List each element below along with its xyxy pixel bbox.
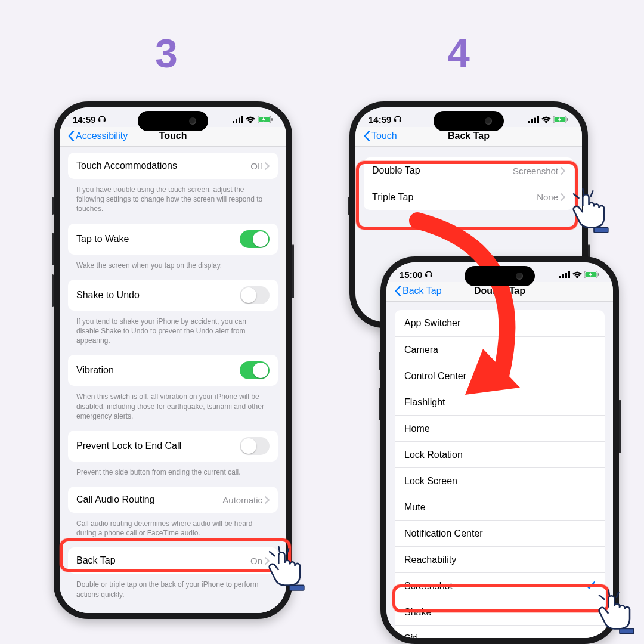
cellular-icon — [559, 271, 570, 278]
battery-icon — [553, 116, 569, 123]
chevron-right-icon — [265, 557, 270, 565]
back-button[interactable]: Back Tap — [391, 286, 442, 296]
headphones-icon — [98, 116, 106, 124]
svg-rect-3 — [242, 116, 243, 123]
status-time: 15:00 — [400, 270, 422, 280]
toggle-prevent-lock[interactable] — [240, 437, 270, 455]
battery-icon — [258, 116, 273, 123]
option-label: Flashlight — [404, 397, 595, 408]
footer-tap-to-wake: Wake the screen when you tap on the disp… — [66, 257, 280, 280]
option-label: Mute — [404, 502, 595, 513]
svg-rect-8 — [531, 119, 533, 123]
footer-shake-to-undo: If you tend to shake your iPhone by acci… — [66, 313, 280, 355]
option-label: Home — [404, 423, 595, 434]
chevron-right-icon — [265, 496, 270, 504]
option-home[interactable]: Home — [395, 415, 605, 441]
svg-rect-2 — [239, 117, 240, 123]
option-label: Reachability — [404, 555, 595, 565]
svg-rect-20 — [598, 273, 599, 276]
wifi-icon — [572, 271, 582, 278]
option-siri[interactable]: Siri — [395, 625, 605, 638]
option-label: Shake — [404, 607, 595, 618]
row-call-audio-routing[interactable]: Call Audio Routing Automatic — [68, 487, 278, 513]
footer-back-tap: Double or triple tap on the back of your… — [66, 576, 280, 608]
option-label: App Switcher — [404, 318, 595, 329]
footer-touch-accommodations: If you have trouble using the touch scre… — [66, 181, 280, 224]
row-touch-accommodations[interactable]: Touch Accommodations Off — [68, 153, 278, 179]
phone-step-3: 14:59 Accessibility Touch Touch Accommod… — [54, 101, 292, 619]
svg-rect-10 — [537, 116, 539, 123]
option-screenshot[interactable]: Screenshot — [395, 572, 605, 599]
option-flashlight[interactable]: Flashlight — [395, 389, 605, 415]
svg-line-27 — [591, 191, 593, 196]
svg-rect-6 — [271, 118, 273, 121]
svg-rect-32 — [620, 628, 634, 634]
row-vibration[interactable]: Vibration — [68, 355, 278, 386]
cellular-icon — [528, 116, 539, 123]
headphones-icon — [425, 271, 433, 279]
headphones-icon — [394, 116, 402, 124]
cellular-icon — [233, 116, 243, 123]
dynamic-island — [465, 266, 535, 286]
svg-rect-16 — [565, 273, 567, 278]
option-lock-screen[interactable]: Lock Screen — [395, 467, 605, 494]
chevron-right-icon — [561, 167, 565, 175]
option-label: Camera — [404, 345, 595, 355]
row-triple-tap[interactable]: Triple Tap None — [364, 184, 574, 210]
wifi-icon — [246, 116, 255, 123]
back-label: Touch — [371, 131, 397, 141]
chevron-right-icon — [561, 193, 565, 201]
wifi-icon — [541, 116, 551, 123]
step-number-3: 3 — [155, 30, 178, 76]
svg-rect-13 — [567, 118, 568, 121]
svg-rect-14 — [559, 276, 561, 278]
svg-rect-28 — [594, 227, 608, 233]
toggle-shake-to-undo[interactable] — [240, 286, 270, 304]
footer-prevent-lock: Prevent the side button from ending the … — [66, 464, 280, 487]
footer-call-audio-routing: Call audio routing determines where audi… — [66, 515, 280, 547]
option-label: Notification Center — [404, 528, 595, 539]
option-notification-center[interactable]: Notification Center — [395, 520, 605, 546]
option-label: Lock Rotation — [404, 450, 595, 460]
row-prevent-lock-end-call[interactable]: Prevent Lock to End Call — [68, 431, 278, 462]
option-list: App SwitcherCameraControl CenterFlashlig… — [395, 310, 605, 638]
row-shake-to-undo[interactable]: Shake to Undo — [68, 280, 278, 311]
option-control-center[interactable]: Control Center — [395, 363, 605, 389]
row-double-tap[interactable]: Double Tap Screenshot — [364, 157, 574, 184]
status-time: 14:59 — [369, 114, 391, 125]
svg-rect-0 — [233, 121, 234, 123]
back-button[interactable]: Touch — [360, 131, 397, 141]
svg-rect-9 — [534, 117, 536, 123]
option-label: Control Center — [404, 371, 595, 382]
option-mute[interactable]: Mute — [395, 494, 605, 520]
option-camera[interactable]: Camera — [395, 336, 605, 363]
option-shake[interactable]: Shake — [395, 599, 605, 625]
option-lock-rotation[interactable]: Lock Rotation — [395, 441, 605, 467]
svg-rect-15 — [562, 274, 564, 278]
svg-rect-17 — [568, 271, 570, 278]
toggle-vibration[interactable] — [240, 361, 270, 379]
svg-rect-7 — [528, 121, 530, 123]
option-app-switcher[interactable]: App Switcher — [395, 310, 605, 336]
option-label: Lock Screen — [404, 476, 595, 487]
step-number-4: 4 — [447, 30, 470, 76]
row-tap-to-wake[interactable]: Tap to Wake — [68, 224, 278, 255]
option-label: Screenshot — [404, 581, 586, 592]
svg-rect-1 — [236, 119, 237, 123]
dynamic-island — [138, 111, 208, 131]
toggle-tap-to-wake[interactable] — [240, 230, 270, 248]
status-time: 14:59 — [73, 114, 95, 125]
checkmark-icon — [586, 581, 595, 592]
battery-icon — [584, 271, 600, 278]
back-button[interactable]: Accessibility — [64, 131, 128, 141]
chevron-right-icon — [265, 162, 270, 170]
row-back-tap[interactable]: Back Tap On — [68, 547, 278, 574]
back-label: Back Tap — [402, 286, 442, 296]
footer-vibration: When this switch is off, all vibration o… — [66, 388, 280, 431]
option-reachability[interactable]: Reachability — [395, 546, 605, 572]
option-label: Siri — [404, 633, 595, 639]
back-label: Accessibility — [76, 131, 128, 141]
dynamic-island — [434, 111, 504, 131]
phone-step-4-double-tap: 15:00 Back Tap Double Tap App SwitcherCa… — [380, 256, 619, 644]
